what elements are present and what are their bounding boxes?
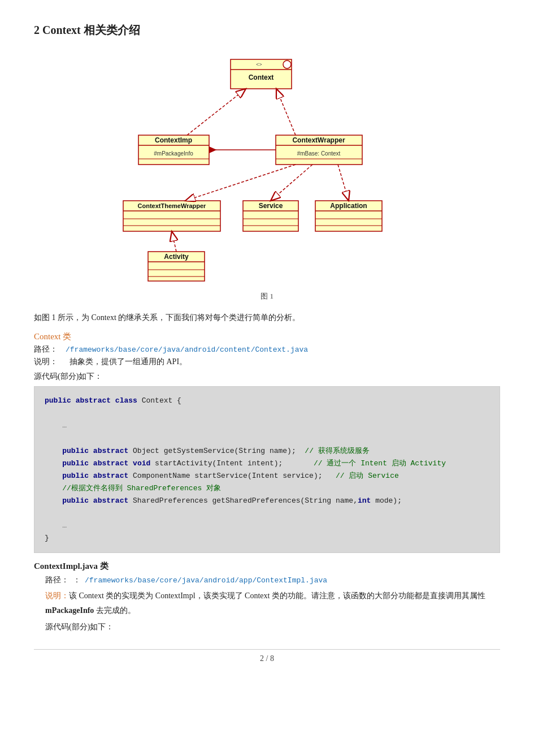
source-label-1: 源代码(部分)如下：	[34, 371, 500, 382]
svg-text:Application: Application	[330, 202, 367, 210]
desc-intro-label: 说明：	[45, 591, 69, 600]
contextimpl-path-line: 路径： ： /frameworks/base/core/java/android…	[34, 575, 500, 585]
context-path-line: 路径： /frameworks/base/core/java/android/c…	[34, 344, 500, 355]
svg-line-95	[276, 89, 296, 135]
svg-line-94	[187, 89, 246, 135]
context-path-value: /frameworks/base/core/java/android/conte…	[66, 345, 308, 354]
contextimpl-title-text: ContextImpl.java 类	[34, 561, 108, 571]
mpackageinfo-text: mPackageInfo	[45, 606, 94, 615]
section-heading: 2 Context 相关类介绍	[34, 23, 500, 38]
svg-text:Activity: Activity	[164, 253, 189, 261]
svg-text:#mPackageInfo: #mPackageInfo	[154, 150, 193, 157]
desc-value: 抽象类，提供了一组通用的 API。	[70, 357, 187, 366]
path-label-2: 路径：	[45, 576, 69, 584]
page-number: 2 / 8	[34, 649, 500, 663]
path-label: 路径：	[34, 345, 58, 353]
svg-line-112	[185, 165, 296, 201]
intro-paragraph: 如图 1 所示，为 Context 的继承关系，下面我们将对每个类进行简单的分析…	[34, 310, 500, 325]
context-desc-line: 说明： 抽象类，提供了一组通用的 API。	[34, 357, 500, 367]
context-class-title: Context 类	[34, 331, 500, 342]
svg-line-114	[338, 165, 349, 201]
desc-label: 说明：	[34, 357, 58, 366]
svg-text:ContextThemeWrapper: ContextThemeWrapper	[137, 202, 206, 209]
contextimpl-desc: 说明：该 Context 类的实现类为 ContextImpl，该类实现了 Co…	[34, 589, 500, 617]
svg-text:ContextImp: ContextImp	[155, 136, 192, 144]
svg-text:Service: Service	[258, 202, 283, 210]
svg-text:ContextWrapper: ContextWrapper	[292, 136, 345, 144]
source-label-2: 源代码(部分)如下：	[34, 622, 500, 632]
contextimpl-path-value: /frameworks/base/core/java/android/app/C…	[85, 576, 327, 585]
svg-line-113	[271, 165, 312, 201]
contextimpl-title: ContextImpl.java 类	[34, 561, 500, 572]
svg-point-83	[283, 61, 291, 68]
svg-text:#mBase: Context: #mBase: Context	[297, 150, 340, 157]
uml-diagram-final: <> Context ContextImp #mPackageInfo Cont…	[34, 49, 500, 287]
fig-caption: 图 1	[34, 291, 500, 301]
svg-line-120	[172, 231, 176, 252]
code-block-1: public abstract class Context { … public…	[34, 386, 500, 553]
svg-text:<>: <>	[256, 62, 262, 67]
svg-text:Context: Context	[248, 74, 273, 81]
